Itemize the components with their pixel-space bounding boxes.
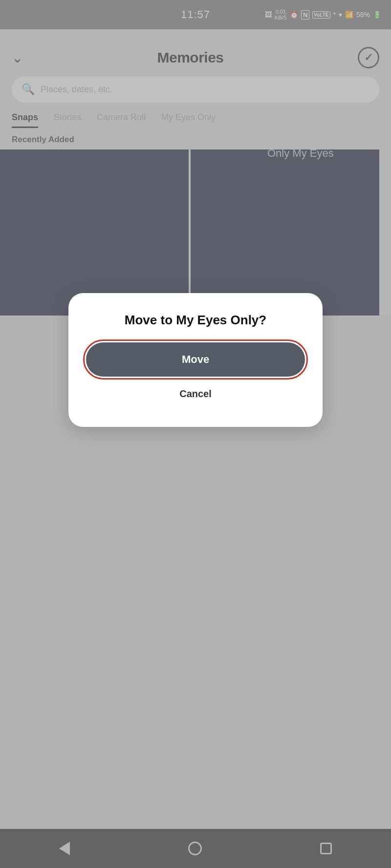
move-dialog: Move to My Eyes Only? Move Cancel [68,293,323,427]
dialog-overlay [0,0,391,868]
dialog-title: Move to My Eyes Only? [125,313,266,328]
move-button[interactable]: Move [86,342,305,377]
cancel-button[interactable]: Cancel [179,379,212,409]
